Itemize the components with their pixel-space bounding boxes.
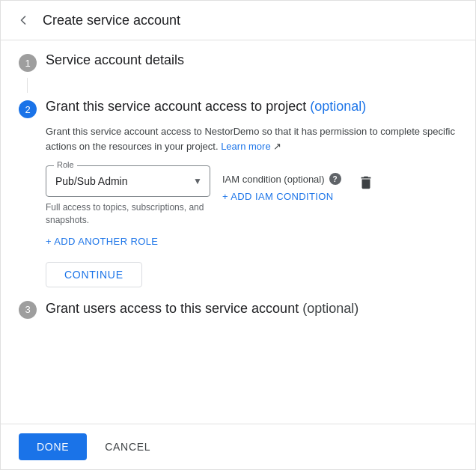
step2-description: Grant this service account access to Nes… <box>46 124 457 153</box>
step2-title-text: Grant this service account access to pro… <box>46 99 306 114</box>
step3-title: Grant users access to this service accou… <box>46 301 358 317</box>
step1-row: 1 Service account details <box>19 52 457 72</box>
add-another-role-label: + ADD ANOTHER ROLE <box>46 236 158 247</box>
step2-content: Grant this service account access to Nes… <box>46 124 457 287</box>
iam-condition-label: IAM condition (optional) <box>222 174 325 185</box>
continue-button-wrapper: CONTINUE <box>46 247 457 287</box>
step3-row: 3 Grant users access to this service acc… <box>19 299 457 319</box>
add-iam-button-label: + ADD IAM CONDITION <box>222 191 334 202</box>
step3-title-text: Grant users access to this service accou… <box>46 301 299 316</box>
cancel-button[interactable]: CANCEL <box>93 433 162 460</box>
back-button[interactable] <box>13 10 34 31</box>
continue-button[interactable]: CONTINUE <box>46 262 142 287</box>
step2-badge: 2 <box>19 100 37 118</box>
external-link-icon: ↗ <box>273 141 281 152</box>
step2-row: 2 Grant this service account access to p… <box>19 99 457 118</box>
step1-title: Service account details <box>46 52 184 68</box>
iam-condition-column: IAM condition (optional) ? + ADD IAM CON… <box>222 165 341 202</box>
role-group: Role Pub/Sub Admin ▼ Full access to topi… <box>46 165 210 227</box>
role-help-text: Full access to topics, subscriptions, an… <box>46 201 210 227</box>
delete-role-button[interactable] <box>353 170 379 199</box>
page-header: Create service account <box>1 1 475 40</box>
step1-badge: 1 <box>19 54 37 72</box>
step2-optional-text: (optional) <box>306 99 366 114</box>
role-field-label: Role <box>54 160 77 169</box>
role-select-wrapper: Role Pub/Sub Admin ▼ <box>46 165 210 197</box>
main-content: 1 Service account details 2 Grant this s… <box>1 40 475 424</box>
role-select[interactable]: Pub/Sub Admin <box>46 166 210 196</box>
done-button[interactable]: DONE <box>19 433 87 460</box>
learn-more-link[interactable]: Learn more <box>221 141 270 152</box>
step3-badge: 3 <box>19 301 37 319</box>
page-footer: DONE CANCEL <box>1 424 475 469</box>
step3-optional-text: (optional) <box>299 301 358 316</box>
step-divider-line <box>27 78 28 93</box>
page-title: Create service account <box>43 13 180 28</box>
add-iam-condition-button[interactable]: + ADD IAM CONDITION <box>222 191 341 202</box>
add-another-role-button[interactable]: + ADD ANOTHER ROLE <box>46 236 158 247</box>
role-iam-row: Role Pub/Sub Admin ▼ Full access to topi… <box>46 165 457 227</box>
iam-condition-header: IAM condition (optional) ? <box>222 173 341 185</box>
help-icon[interactable]: ? <box>329 173 341 185</box>
step2-title: Grant this service account access to pro… <box>46 99 366 115</box>
